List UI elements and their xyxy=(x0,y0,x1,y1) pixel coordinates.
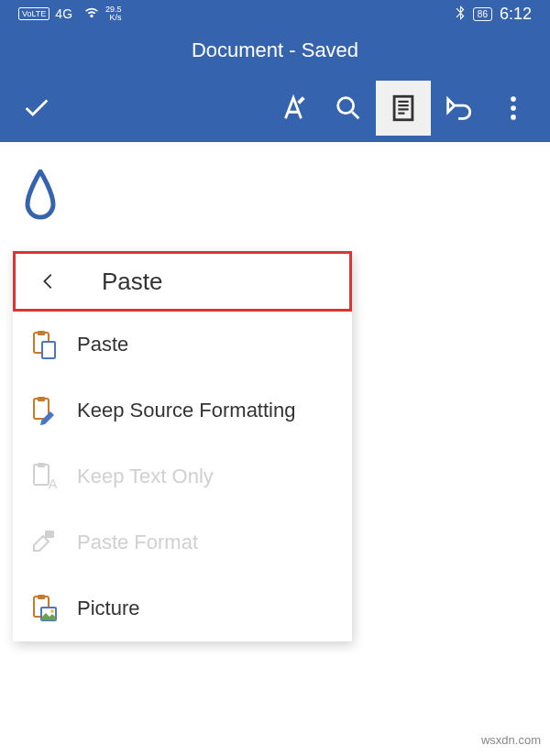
svg-rect-6 xyxy=(38,331,45,335)
more-menu-button[interactable] xyxy=(486,81,541,136)
menu-item-label: Paste Format xyxy=(77,531,198,554)
svg-point-3 xyxy=(511,105,516,111)
menu-item-keep-source-formatting[interactable]: Keep Source Formatting xyxy=(13,378,352,444)
menu-item-label: Paste xyxy=(77,333,128,356)
svg-rect-11 xyxy=(38,463,45,467)
svg-point-4 xyxy=(511,115,516,120)
svg-rect-9 xyxy=(38,397,45,401)
clipboard-picture-icon xyxy=(28,592,60,625)
paste-panel: Paste Paste Keep Source Formatting A Kee… xyxy=(13,251,352,641)
format-brush-icon xyxy=(28,526,60,559)
volte-indicator: VoLTE xyxy=(18,7,50,20)
svg-point-0 xyxy=(338,97,354,113)
toolbar xyxy=(0,73,550,142)
svg-rect-10 xyxy=(34,465,49,485)
svg-rect-13 xyxy=(45,531,54,538)
battery-indicator: 86 xyxy=(473,7,492,21)
clock: 6:12 xyxy=(500,5,532,24)
svg-point-17 xyxy=(50,609,54,613)
panel-title: Paste xyxy=(102,268,163,296)
menu-item-label: Keep Source Formatting xyxy=(77,399,295,422)
status-bar: VoLTE 4G 29.5 K/s 86 6:12 xyxy=(0,0,550,27)
svg-rect-15 xyxy=(38,595,45,599)
menu-item-keep-text-only: A Keep Text Only xyxy=(13,444,352,509)
status-right: 86 6:12 xyxy=(455,5,532,24)
menu-item-paste[interactable]: Paste xyxy=(13,312,352,378)
menu-item-label: Keep Text Only xyxy=(77,465,214,488)
menu-item-paste-format: Paste Format xyxy=(13,509,352,575)
app-title: Document - Saved xyxy=(0,27,550,73)
svg-text:A: A xyxy=(49,477,58,491)
menu-item-label: Picture xyxy=(77,597,139,620)
svg-rect-7 xyxy=(42,342,55,358)
ink-drop-icon xyxy=(22,170,532,224)
clipboard-brush-icon xyxy=(28,394,60,427)
back-button[interactable] xyxy=(16,271,82,291)
panel-header: Paste xyxy=(13,251,352,312)
status-left: VoLTE 4G 29.5 K/s xyxy=(18,5,122,22)
clipboard-text-icon: A xyxy=(28,460,60,493)
network-4g: 4G xyxy=(55,6,72,21)
reading-view-button[interactable] xyxy=(376,81,431,136)
svg-rect-1 xyxy=(394,96,412,120)
search-button[interactable] xyxy=(321,81,376,136)
watermark: wsxdn.com xyxy=(481,733,541,747)
done-button[interactable] xyxy=(9,81,64,136)
wifi-icon xyxy=(83,6,100,22)
clipboard-paste-icon xyxy=(28,328,60,361)
format-text-button[interactable] xyxy=(266,81,321,136)
menu-item-picture[interactable]: Picture xyxy=(13,575,352,641)
bluetooth-icon xyxy=(455,5,466,23)
undo-button[interactable] xyxy=(431,81,486,136)
document-canvas[interactable]: Paste Paste Keep Source Formatting A Kee… xyxy=(0,142,550,641)
network-speed: 29.5 K/s xyxy=(105,5,122,22)
svg-point-2 xyxy=(511,96,516,102)
